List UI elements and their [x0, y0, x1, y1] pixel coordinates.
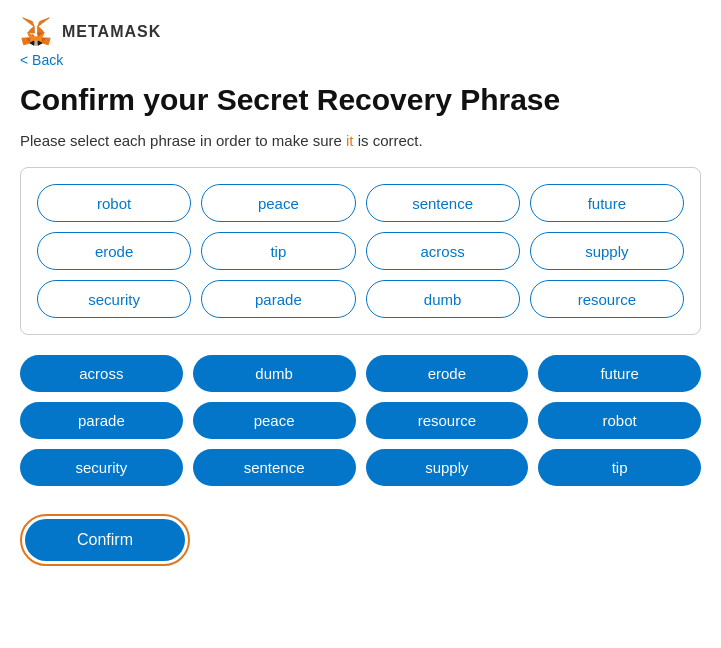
word-chip[interactable]: supply: [366, 449, 529, 486]
drop-slot[interactable]: supply: [530, 232, 684, 270]
word-chip[interactable]: security: [20, 449, 183, 486]
svg-marker-1: [23, 18, 34, 27]
drop-zone: robotpeacesentencefutureerodetipacrosssu…: [20, 167, 701, 335]
drop-slot[interactable]: tip: [201, 232, 355, 270]
svg-marker-21: [34, 37, 38, 41]
word-chip[interactable]: peace: [193, 402, 356, 439]
word-chip[interactable]: parade: [20, 402, 183, 439]
svg-marker-4: [28, 26, 34, 33]
drop-slot[interactable]: dumb: [366, 280, 520, 318]
word-chip[interactable]: resource: [366, 402, 529, 439]
app-name: METAMASK: [62, 23, 161, 41]
drop-slot[interactable]: resource: [530, 280, 684, 318]
subtitle-prefix: Please select each phrase in order to ma…: [20, 132, 346, 149]
word-chip[interactable]: across: [20, 355, 183, 392]
word-chip[interactable]: erode: [366, 355, 529, 392]
back-link[interactable]: < Back: [20, 52, 701, 68]
svg-marker-5: [38, 26, 44, 33]
subtitle-highlight: it: [346, 132, 354, 149]
drop-slot[interactable]: robot: [37, 184, 191, 222]
drop-slot[interactable]: across: [366, 232, 520, 270]
confirm-button[interactable]: Confirm: [25, 519, 185, 561]
word-chip[interactable]: sentence: [193, 449, 356, 486]
selection-pool: acrossdumberodefutureparadepeaceresource…: [20, 355, 701, 486]
word-chip[interactable]: future: [538, 355, 701, 392]
drop-slot[interactable]: peace: [201, 184, 355, 222]
header: METAMASK: [20, 16, 701, 48]
word-chip[interactable]: dumb: [193, 355, 356, 392]
confirm-button-wrapper: Confirm: [20, 514, 190, 566]
page-title: Confirm your Secret Recovery Phrase: [20, 82, 701, 118]
drop-slot[interactable]: sentence: [366, 184, 520, 222]
subtitle: Please select each phrase in order to ma…: [20, 132, 701, 149]
word-chip[interactable]: robot: [538, 402, 701, 439]
drop-slot[interactable]: future: [530, 184, 684, 222]
subtitle-suffix: is correct.: [354, 132, 423, 149]
drop-slot[interactable]: parade: [201, 280, 355, 318]
metamask-logo: [20, 16, 52, 48]
svg-marker-0: [38, 18, 49, 27]
drop-slot[interactable]: erode: [37, 232, 191, 270]
word-chip[interactable]: tip: [538, 449, 701, 486]
drop-slot[interactable]: security: [37, 280, 191, 318]
